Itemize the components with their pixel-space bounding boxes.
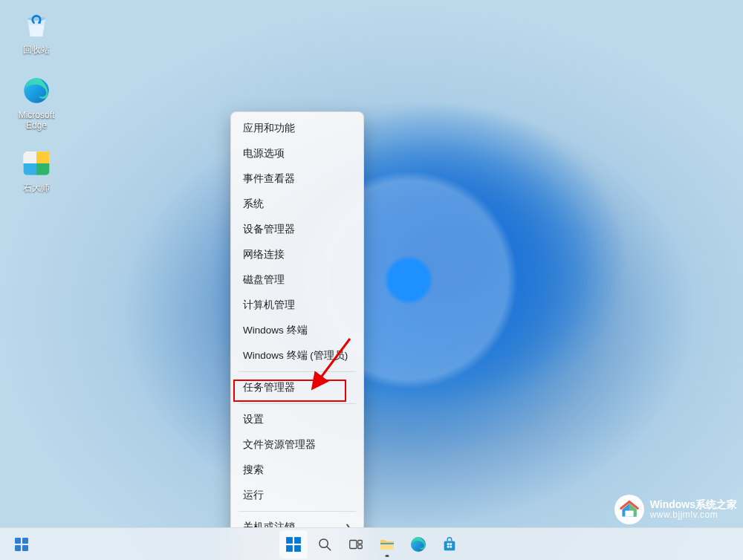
menu-item-event-viewer[interactable]: 事件查看器 — [231, 166, 363, 192]
taskbar-pinned-edge[interactable] — [404, 530, 432, 559]
shidashi-icon — [20, 147, 53, 180]
svg-rect-18 — [380, 544, 394, 550]
taskbar-task-view-button[interactable] — [342, 530, 370, 559]
search-icon — [317, 536, 333, 553]
menu-item-network-connections[interactable]: 网络连接 — [231, 242, 363, 267]
taskbar-widgets-button[interactable] — [7, 530, 36, 559]
menu-item-apps-and-features[interactable]: 应用和功能 — [231, 116, 363, 141]
svg-line-14 — [327, 546, 331, 550]
menu-item-power-options[interactable]: 电源选项 — [231, 141, 363, 166]
menu-item-system[interactable]: 系统 — [231, 192, 363, 217]
desktop-icon-recycle-bin[interactable]: 回收站 — [10, 6, 62, 58]
desktop[interactable]: 回收站 Microsoft Edge — [0, 0, 743, 560]
menu-item-disk-management[interactable]: 磁盘管理 — [231, 267, 363, 293]
menu-separator — [239, 371, 356, 372]
watermark-title: Windows系统之家 — [650, 498, 737, 510]
file-explorer-icon — [378, 535, 396, 553]
menu-separator — [239, 403, 356, 404]
svg-rect-23 — [450, 543, 452, 545]
svg-rect-15 — [350, 540, 357, 548]
svg-rect-8 — [22, 545, 28, 551]
watermark: Windows系统之家 www.bjjmlv.com — [614, 495, 737, 524]
svg-rect-12 — [294, 545, 301, 552]
desktop-icon-label: Microsoft Edge — [12, 110, 61, 131]
svg-rect-10 — [294, 537, 301, 544]
menu-item-computer-management[interactable]: 计算机管理 — [231, 293, 363, 318]
svg-rect-7 — [15, 545, 21, 551]
microsoft-store-icon — [441, 536, 458, 553]
taskbar-pinned-file-explorer[interactable] — [373, 530, 401, 559]
svg-rect-4 — [625, 511, 633, 517]
svg-rect-9 — [286, 537, 293, 544]
svg-rect-16 — [358, 540, 363, 544]
desktop-icon-shidashi[interactable]: 石大师 — [10, 144, 62, 196]
watermark-subtitle: www.bjjmlv.com — [650, 510, 737, 521]
edge-icon — [409, 535, 427, 553]
menu-item-windows-terminal[interactable]: Windows 终端 — [231, 318, 363, 343]
winx-context-menu: 应用和功能 电源选项 事件查看器 系统 设备管理器 网络连接 磁盘管理 计算机管… — [230, 111, 364, 560]
windows-start-icon — [285, 536, 302, 553]
task-view-icon — [348, 536, 364, 553]
menu-item-windows-terminal-admin[interactable]: Windows 终端 (管理员) — [231, 343, 363, 368]
watermark-logo-icon — [614, 495, 644, 524]
taskbar-search-button[interactable] — [311, 530, 339, 559]
svg-rect-22 — [447, 543, 450, 545]
menu-item-run[interactable]: 运行 — [231, 483, 363, 508]
menu-item-device-manager[interactable]: 设备管理器 — [231, 217, 363, 242]
svg-rect-11 — [286, 545, 293, 552]
svg-rect-5 — [15, 538, 21, 544]
svg-rect-25 — [450, 545, 452, 547]
svg-rect-24 — [447, 545, 450, 547]
taskbar — [0, 527, 743, 560]
desktop-icon-edge[interactable]: Microsoft Edge — [10, 71, 62, 134]
recycle-bin-icon — [20, 9, 53, 42]
desktop-icon-label: 石大师 — [23, 183, 50, 193]
svg-rect-6 — [22, 538, 28, 544]
menu-item-task-manager[interactable]: 任务管理器 — [231, 375, 363, 400]
taskbar-start-button[interactable] — [279, 530, 308, 559]
svg-rect-21 — [444, 541, 455, 550]
svg-point-0 — [27, 16, 46, 21]
menu-item-file-explorer[interactable]: 文件资源管理器 — [231, 432, 363, 458]
menu-item-settings[interactable]: 设置 — [231, 407, 363, 432]
desktop-icon-label: 回收站 — [23, 45, 50, 55]
taskbar-pinned-store[interactable] — [435, 530, 464, 559]
menu-item-search[interactable]: 搜索 — [231, 458, 363, 483]
edge-icon — [20, 74, 53, 107]
menu-separator — [239, 511, 356, 512]
svg-rect-19 — [380, 543, 394, 544]
widgets-icon — [14, 537, 29, 552]
svg-rect-17 — [358, 544, 363, 548]
